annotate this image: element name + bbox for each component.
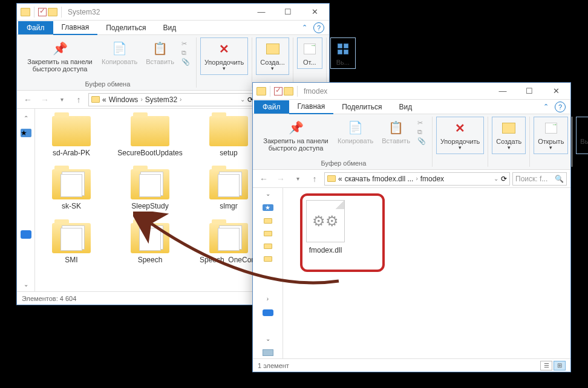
folder-item[interactable]: slmgr (198, 169, 259, 210)
details-view-icon[interactable]: ☰ (540, 361, 552, 370)
paste-shortcut-icon[interactable]: 📎 (181, 58, 190, 66)
address-field[interactable]: « Windows › System32 › ⌄ ⟳ (88, 93, 256, 106)
properties-icon[interactable] (274, 87, 283, 95)
folder-label: slmgr (220, 202, 237, 210)
maximize-button[interactable]: ☐ (516, 83, 543, 100)
folder-label: SleepStudy (131, 202, 168, 210)
breadcrumb[interactable]: « (338, 175, 342, 183)
collapse-ribbon-icon[interactable]: ⌃ (299, 22, 310, 33)
breadcrumb[interactable]: Windows (109, 95, 139, 104)
tab-file[interactable]: Файл (18, 21, 53, 34)
pin-quickaccess-button[interactable]: 📌 Закрепить на панели быстрого доступа (23, 37, 97, 75)
open-button[interactable]: Открыть ▾ (534, 117, 568, 154)
chevron-right-icon[interactable]: › (416, 175, 417, 182)
tab-share[interactable]: Поделиться (97, 21, 154, 34)
folder-icon[interactable] (264, 256, 272, 262)
chevron-down-icon[interactable]: ⌄ (266, 335, 270, 342)
address-field[interactable]: « скачать fmodex.dll ... › fmodex ⌄ ⟳ (324, 172, 510, 186)
quick-access-icon[interactable]: ★ (263, 204, 273, 211)
chevron-down-icon[interactable]: ⌄ (24, 281, 28, 288)
folder-icon[interactable] (264, 231, 272, 236)
new-folder-icon[interactable] (48, 8, 57, 16)
folder-icon[interactable] (264, 244, 272, 249)
chevron-down-icon[interactable]: ⌃ (24, 115, 28, 121)
minimize-button[interactable]: — (248, 4, 275, 21)
breadcrumb[interactable]: скачать fmodex.dll ... (345, 175, 414, 183)
icons-view-icon[interactable]: ⊞ (554, 361, 566, 370)
tab-view[interactable]: Вид (390, 100, 420, 114)
copy-path-icon[interactable]: ⧉ (417, 128, 426, 136)
titlebar[interactable]: fmodex — ☐ ✕ (253, 83, 570, 100)
file-list[interactable]: ⚙⚙ fmodex.dll (283, 188, 570, 358)
paste-shortcut-icon[interactable]: 📎 (417, 137, 426, 145)
back-button[interactable]: ← (21, 92, 35, 107)
paste-button[interactable]: 📋 Вставить (142, 37, 178, 68)
collapse-ribbon-icon[interactable]: ⌃ (540, 102, 551, 112)
help-icon[interactable]: ? (555, 102, 566, 112)
close-button[interactable]: ✕ (543, 83, 569, 100)
breadcrumb[interactable]: « (102, 95, 106, 104)
breadcrumb[interactable]: System32 (145, 95, 177, 104)
history-dropdown[interactable]: ▾ (290, 172, 305, 186)
refresh-icon[interactable]: ⟳ (501, 175, 507, 183)
create-button[interactable]: Созда... ▾ (256, 37, 289, 75)
up-button[interactable]: ↑ (307, 172, 322, 186)
copy-button[interactable]: 📄 Копировать (334, 117, 377, 147)
tab-home[interactable]: Главная (289, 100, 334, 114)
maximize-button[interactable]: ☐ (275, 4, 301, 21)
forward-button[interactable]: → (38, 92, 52, 107)
folder-item[interactable]: Speech (120, 223, 180, 264)
folder-item[interactable]: sd-Arab-PK (41, 116, 102, 157)
breadcrumb[interactable]: fmodex (420, 175, 444, 183)
chevron-down-icon[interactable]: ⌄ (266, 190, 270, 197)
onedrive-icon[interactable] (21, 230, 31, 239)
minimize-button[interactable]: — (489, 83, 516, 100)
select-button[interactable]: Выделить ▾ (576, 117, 588, 154)
pin-icon: 📌 (287, 119, 304, 136)
forward-button[interactable]: → (273, 172, 288, 186)
organize-button[interactable]: ✕ Упорядочить ▾ (200, 37, 248, 75)
chevron-right-icon[interactable]: › (180, 96, 181, 103)
cut-icon[interactable]: ✂ (181, 40, 190, 48)
folder-label: sd-Arab-PK (53, 149, 90, 157)
search-field[interactable]: Поиск: f... 🔍 (512, 172, 567, 186)
paste-button[interactable]: 📋 Вставить (378, 117, 414, 147)
folder-icon[interactable] (264, 218, 272, 224)
pin-quickaccess-button[interactable]: 📌 Закрепить на панели быстрого доступа (259, 117, 333, 154)
folder-item[interactable]: setup (198, 116, 259, 157)
this-pc-icon[interactable] (263, 349, 273, 356)
titlebar[interactable]: System32 — ☐ ✕ (17, 4, 329, 21)
file-item-dll[interactable]: ⚙⚙ fmodex.dll (295, 200, 356, 254)
help-icon[interactable]: ? (313, 22, 324, 33)
properties-icon[interactable] (38, 8, 47, 16)
chevron-right-icon[interactable]: › (267, 296, 269, 302)
folder-item[interactable]: SMI (41, 223, 102, 264)
cut-icon[interactable]: ✂ (417, 119, 426, 127)
tab-home[interactable]: Главная (53, 21, 98, 35)
address-dropdown-icon[interactable]: ⌄ (494, 175, 498, 182)
folder-item[interactable]: SecureBootUpdates (120, 116, 180, 157)
close-button[interactable]: ✕ (301, 4, 328, 21)
chevron-right-icon[interactable]: › (140, 96, 142, 103)
pin-icon: 📌 (51, 40, 68, 57)
folder-item[interactable]: SleepStudy (120, 169, 180, 210)
copy-button[interactable]: 📄 Копировать (98, 37, 141, 68)
folder-icon (256, 87, 266, 95)
address-dropdown-icon[interactable]: ⌄ (240, 96, 245, 103)
open-button[interactable]: От... (297, 37, 322, 69)
back-button[interactable]: ← (256, 172, 271, 186)
create-button[interactable]: Создать ▾ (492, 117, 526, 154)
tab-view[interactable]: Вид (154, 21, 185, 34)
up-button[interactable]: ↑ (71, 92, 86, 107)
folder-item[interactable]: Speech_OneCore (198, 223, 259, 264)
new-folder-icon[interactable] (284, 87, 293, 95)
tab-file[interactable]: Файл (254, 100, 289, 114)
quick-access-icon[interactable]: ★ (21, 129, 31, 137)
history-dropdown[interactable]: ▾ (54, 92, 69, 107)
organize-button[interactable]: ✕ Упорядочить ▾ (436, 117, 484, 154)
onedrive-icon[interactable] (263, 309, 273, 316)
select-button[interactable]: Bь... (330, 37, 356, 69)
folder-item[interactable]: sk-SK (41, 169, 102, 210)
tab-share[interactable]: Поделиться (333, 100, 390, 114)
copy-path-icon[interactable]: ⧉ (181, 49, 190, 57)
